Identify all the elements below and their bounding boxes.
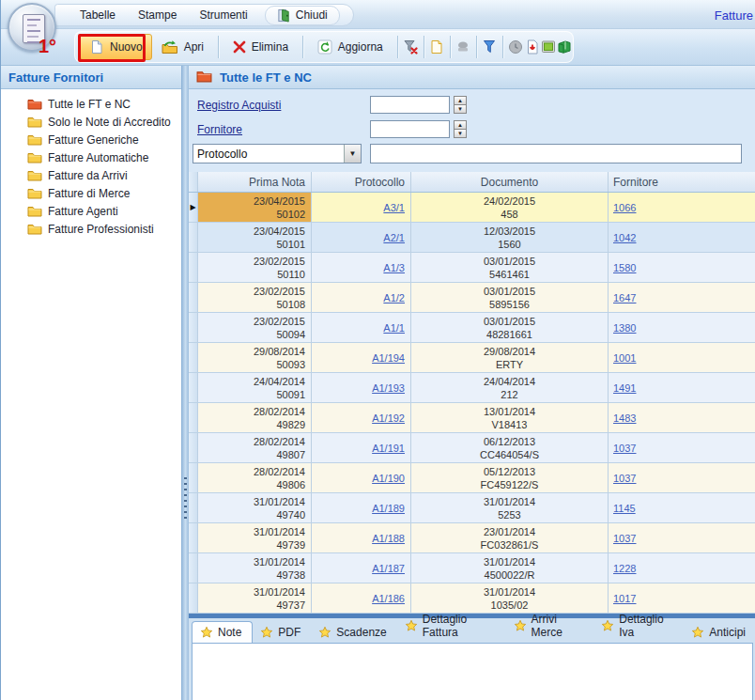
protocollo-link[interactable]: A1/193 [372, 382, 405, 394]
table-row[interactable]: 23/02/201550110 A1/3 03/01/20155461461 1… [189, 253, 755, 283]
table-row[interactable]: 31/01/201449740 A1/189 31/01/20145253 11… [189, 493, 755, 523]
filter-clear-icon[interactable] [402, 35, 418, 59]
protocollo-link[interactable]: A1/191 [372, 443, 405, 454]
search-input[interactable] [370, 144, 742, 163]
fornitore-link[interactable]: 1380 [613, 322, 636, 334]
fornitore-link[interactable]: Fornitore [197, 123, 242, 136]
table-row[interactable]: 28/02/201449807 A1/191 06/12/2013CC46405… [189, 433, 755, 463]
spin-up-icon[interactable]: ▲ [454, 96, 467, 105]
protocollo-link[interactable]: A1/192 [372, 412, 405, 424]
protocollo-link[interactable]: A1/189 [372, 503, 405, 514]
sidebar-item-fatture-professionisti[interactable]: Fatture Professionisti [1, 220, 181, 238]
fornitore-link[interactable]: 1491 [613, 382, 636, 394]
table-row[interactable]: 29/08/201450093 A1/194 29/08/2014ERTY 10… [189, 343, 755, 373]
protocollo-link[interactable]: A1/190 [372, 473, 405, 484]
protocollo-link[interactable]: A2/1 [383, 232, 405, 243]
fornitore-link[interactable]: 1066 [613, 202, 636, 213]
column-header-documento[interactable]: Documento [411, 172, 609, 192]
elimina-button[interactable]: Elimina [223, 35, 298, 59]
table-row[interactable]: 23/02/201550108 A1/2 03/01/20155895156 1… [189, 283, 755, 313]
sidebar-item-fatture-agenti[interactable]: Fatture Agenti [1, 202, 181, 220]
table-row[interactable]: 23/02/201550094 A1/1 03/01/201548281661 … [189, 313, 755, 343]
row-selector-gutter[interactable] [189, 523, 198, 552]
table-row[interactable]: 31/01/201449738 A1/187 31/01/20144500022… [189, 553, 755, 583]
search-field-selector[interactable]: Protocollo ▼ [193, 144, 362, 163]
protocollo-link[interactable]: A1/3 [383, 262, 405, 273]
table-row[interactable]: 23/04/201550101 A2/1 12/03/20151560 1042 [189, 223, 755, 253]
chevron-down-icon[interactable]: ▼ [344, 145, 361, 163]
row-selector-gutter[interactable] [189, 223, 198, 252]
table-row[interactable]: 28/02/201449806 A1/190 05/12/2013FC45912… [189, 463, 755, 493]
fornitore-link[interactable]: 1580 [613, 262, 636, 273]
protocollo-link[interactable]: A1/188 [372, 533, 405, 544]
fornitore-link[interactable]: 1037 [613, 533, 636, 544]
sidebar-item-fatture-di-merce[interactable]: Fatture di Merce [1, 184, 181, 202]
fornitore-link[interactable]: 1145 [613, 503, 636, 514]
note-tab-content[interactable] [192, 643, 753, 700]
aggiorna-button[interactable]: Aggiorna [308, 34, 393, 60]
protocollo-link[interactable]: A1/2 [383, 292, 405, 303]
tab-pdf[interactable]: PDF [253, 622, 311, 643]
column-header-fornitore[interactable]: Fornitore [609, 172, 755, 192]
menu-item-tabelle[interactable]: Tabelle [69, 6, 127, 24]
document-new-icon[interactable] [428, 35, 444, 59]
registro-acquisti-input[interactable] [370, 96, 450, 114]
spin-up-icon[interactable]: ▲ [454, 120, 467, 130]
monitor-icon[interactable] [540, 35, 556, 59]
sidebar-item-fatture-generiche[interactable]: Fatture Generiche [1, 131, 181, 148]
row-selector-gutter[interactable] [189, 553, 198, 583]
row-selector-gutter[interactable] [189, 493, 198, 522]
fornitore-link[interactable]: 1483 [613, 412, 636, 424]
spin-down-icon[interactable]: ▼ [454, 105, 467, 114]
tab-dettaglio-fattura[interactable]: Dettaglio Fattura [397, 609, 506, 643]
column-header-protocollo[interactable]: Protocollo [312, 172, 411, 192]
menu-item-strumenti[interactable]: Strumenti [188, 6, 258, 24]
fornitore-link[interactable]: 1042 [613, 232, 636, 243]
protocollo-link[interactable]: A1/187 [372, 563, 405, 574]
row-selector-gutter[interactable] [189, 463, 198, 492]
tab-scadenze[interactable]: Scadenze [311, 622, 396, 643]
fornitore-link[interactable]: 1017 [613, 593, 636, 604]
fornitore-link[interactable]: 1228 [613, 563, 636, 574]
tab-anticipi[interactable]: Anticipi [684, 622, 755, 643]
apri-button[interactable]: Apri [152, 34, 213, 60]
row-selector-gutter[interactable] [189, 433, 198, 462]
protocollo-link[interactable]: A1/186 [372, 593, 405, 604]
tab-dettaglio-iva[interactable]: Dettaglio Iva [593, 609, 684, 643]
sidebar-item-fatture-da-arrivi[interactable]: Fatture da Arrivi [1, 166, 181, 184]
row-selector-gutter[interactable] [189, 403, 198, 432]
clock-icon[interactable] [508, 35, 524, 59]
cash-book-icon[interactable] [557, 35, 573, 59]
row-selector-gutter[interactable] [189, 253, 198, 282]
fornitore-link[interactable]: 1037 [613, 473, 636, 484]
splitter-handle[interactable] [182, 66, 189, 700]
fornitore-input[interactable] [370, 120, 450, 138]
protocollo-link[interactable]: A1/194 [372, 352, 405, 364]
menu-item-stampe[interactable]: Stampe [127, 6, 188, 24]
fornitore-link[interactable]: 1037 [613, 443, 636, 454]
fornitore-link[interactable]: 1647 [613, 292, 636, 303]
pdf-export-icon[interactable] [524, 35, 540, 59]
row-selector-gutter[interactable] [189, 343, 198, 372]
spin-down-icon[interactable]: ▼ [454, 130, 467, 138]
table-row[interactable]: 31/01/201449739 A1/188 23/01/2014FC03286… [189, 523, 755, 553]
registro-acquisti-link[interactable]: Registro Acquisti [197, 99, 281, 112]
sidebar-item-fatture-automatiche[interactable]: Fatture Automatiche [1, 148, 181, 166]
protocollo-link[interactable]: A1/1 [383, 322, 405, 334]
row-selector-gutter[interactable]: ▶ [189, 193, 198, 222]
menu-item-chiudi[interactable]: Chiudi [265, 6, 340, 25]
table-row[interactable]: 28/02/201449829 A1/192 13/01/2014V18413 … [189, 403, 755, 433]
row-selector-gutter[interactable] [189, 313, 198, 342]
tab-arrivi-merce[interactable]: Arrivi Merce [506, 609, 594, 643]
nuovo-button[interactable]: Nuovo [80, 34, 152, 60]
row-selector-gutter[interactable] [189, 283, 198, 312]
row-selector-gutter[interactable] [189, 373, 198, 402]
table-row[interactable]: 24/04/201450091 A1/193 24/04/2014212 149… [189, 373, 755, 403]
protocollo-link[interactable]: A3/1 [383, 202, 405, 213]
column-header-prima-nota[interactable]: Prima Nota [198, 172, 312, 192]
table-row[interactable]: ▶ 23/04/201550102 A3/1 24/02/2015458 106… [189, 193, 755, 223]
row-selector-gutter[interactable] [189, 583, 198, 613]
sidebar-item-tutte-le-ft-e-nc[interactable]: Tutte le FT e NC [1, 95, 181, 113]
tab-note[interactable]: Note [192, 621, 253, 643]
fornitore-link[interactable]: 1001 [613, 352, 636, 364]
